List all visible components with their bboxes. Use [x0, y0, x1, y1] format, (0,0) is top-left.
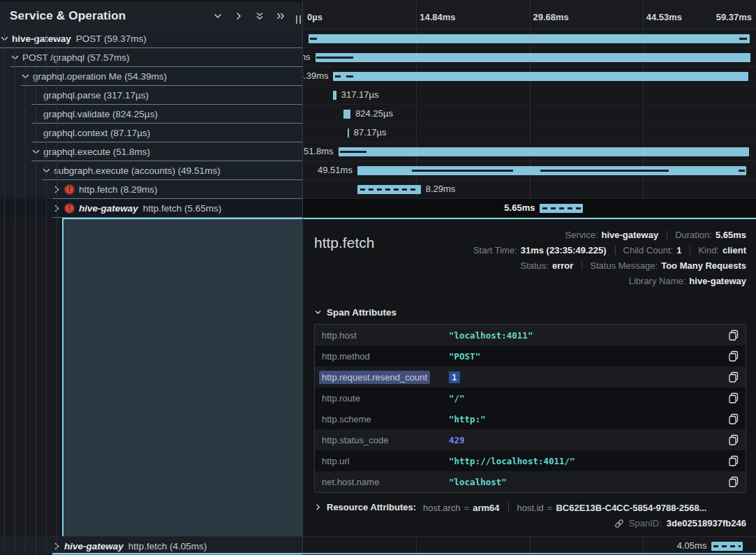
timeline-row[interactable]: 51.8ms — [303, 142, 756, 161]
attribute-key[interactable]: http.request.resend_count — [315, 372, 449, 383]
span-bar[interactable] — [316, 53, 750, 62]
span-tree-row[interactable]: subgraph.execute (accounts) (49.51ms) — [0, 161, 302, 180]
span-bar[interactable] — [309, 34, 750, 43]
copy-icon[interactable] — [728, 413, 739, 425]
expand-one-icon[interactable] — [213, 11, 223, 21]
meta-value: hive-gateway — [602, 230, 659, 240]
attribute-key[interactable]: http.status_code — [315, 435, 449, 445]
copy-icon[interactable] — [728, 392, 739, 404]
span-meta-line: Status:errorStatus Message:Too Many Requ… — [473, 258, 746, 274]
collapse-all-icon[interactable] — [276, 11, 286, 21]
span-bar[interactable] — [343, 110, 350, 119]
panel-resize-handle[interactable] — [295, 15, 302, 24]
chevron-down-icon — [314, 309, 322, 316]
span-tree-row[interactable]: !http.fetch (8.29ms) — [0, 180, 302, 199]
span-bar[interactable] — [339, 147, 749, 156]
span-label: graphql.execute (51.8ms) — [43, 147, 150, 157]
attribute-key[interactable]: http.scheme — [315, 414, 449, 424]
copy-icon[interactable] — [728, 476, 739, 488]
attribute-row[interactable]: http.scheme"http:" — [315, 408, 746, 429]
collapse-one-icon[interactable] — [234, 11, 244, 21]
span-tree-row[interactable]: !hive-gatewayhttp.fetch (5.65ms) — [0, 199, 302, 218]
attribute-key[interactable]: http.url — [315, 456, 449, 466]
attribute-value[interactable]: 429 — [449, 435, 728, 445]
span-meta-line: Start Time:31ms (23:35:49.225)Child Coun… — [473, 243, 746, 258]
tree-header-actions — [213, 11, 286, 21]
attribute-key[interactable]: http.method — [315, 351, 449, 362]
timeline-row[interactable]: 5.65ms — [303, 199, 756, 218]
resource-key: host.arch — [423, 503, 460, 513]
resource-attributes-row[interactable]: Resource Attributes: host.arch=arm64host… — [314, 501, 746, 513]
copy-icon[interactable] — [728, 330, 739, 341]
meta-label: Duration: — [675, 230, 712, 240]
span-bar[interactable] — [333, 72, 748, 81]
span-tree-row[interactable]: graphql.context (87.17µs) — [0, 124, 302, 142]
attribute-row[interactable]: http.url"http://localhost:4011/" — [315, 450, 746, 471]
link-icon[interactable] — [614, 519, 624, 528]
span-bar[interactable] — [711, 542, 742, 551]
attribute-value[interactable]: "localhost" — [449, 477, 728, 487]
error-icon: ! — [64, 184, 75, 195]
attribute-row[interactable]: net.host.name"localhost" — [315, 471, 746, 492]
timeline-row[interactable]: 57.57ms — [303, 48, 756, 67]
expand-all-icon[interactable] — [255, 11, 265, 21]
span-tree-row[interactable]: hive-gatewayPOST (59.37ms) — [0, 29, 302, 48]
indent-guide — [25, 29, 26, 555]
timeline-row[interactable]: 8.29ms — [303, 180, 756, 199]
attribute-row[interactable]: http.host"localhost:4011" — [315, 325, 746, 346]
copy-icon[interactable] — [728, 350, 739, 362]
child-span-marker — [346, 75, 353, 77]
attribute-value[interactable]: "/" — [449, 393, 728, 404]
span-title: http.fetch — [314, 235, 374, 251]
attribute-row[interactable]: http.request.resend_count1 — [315, 367, 746, 387]
resource-value: arm64 — [473, 503, 499, 513]
timeline-row[interactable]: 824.25µs — [303, 105, 756, 124]
attribute-value[interactable]: 1 — [449, 372, 728, 383]
attribute-value-selected: 1 — [449, 371, 460, 383]
span-tree-row[interactable]: graphql.validate (824.25µs) — [0, 105, 302, 124]
child-span-marker — [540, 170, 669, 172]
span-bar[interactable] — [357, 166, 746, 175]
attribute-value[interactable]: "POST" — [449, 351, 728, 362]
meta-label: Service: — [565, 230, 598, 240]
attribute-key[interactable]: net.host.name — [315, 477, 449, 487]
panel-divider[interactable] — [302, 0, 303, 555]
child-span-marker — [739, 170, 745, 172]
timeline-row[interactable]: 49.51ms — [303, 161, 756, 180]
span-attributes-header[interactable]: Span Attributes — [314, 307, 746, 318]
span-id-value: 3de02518937fb246 — [667, 518, 746, 528]
attribute-key[interactable]: http.route — [315, 393, 449, 404]
span-tree-row[interactable]: graphql.parse (317.17µs) — [0, 86, 302, 105]
span-tree-row[interactable]: POST /graphql (57.57ms) — [0, 48, 302, 67]
span-tree-row[interactable]: graphql.operation Me (54.39ms) — [0, 67, 302, 86]
timeline-row[interactable]: 54.39ms — [303, 67, 756, 86]
timeline-row[interactable]: 87.17µs — [303, 124, 756, 142]
attribute-value[interactable]: "http:" — [449, 414, 728, 424]
span-bar[interactable] — [540, 204, 583, 213]
meta-separator — [615, 246, 616, 255]
timeline-row[interactable]: 317.17µs — [303, 86, 756, 105]
span-bar[interactable] — [357, 185, 421, 194]
resource-attributes-items: host.arch=arm64host.id=BC62E13B-C4CC-585… — [423, 501, 706, 513]
attribute-row[interactable]: http.route"/" — [315, 387, 746, 408]
ruler-tick: 44.53ms — [646, 12, 682, 22]
attribute-row[interactable]: http.status_code429 — [315, 429, 746, 450]
copy-icon[interactable] — [728, 434, 739, 446]
attribute-key[interactable]: http.host — [315, 330, 449, 341]
bottom-row-underline — [52, 553, 756, 554]
meta-separator — [690, 246, 690, 255]
span-label: http.fetch (8.29ms) — [79, 184, 158, 195]
attribute-value[interactable]: "http://localhost:4011/" — [449, 456, 728, 466]
span-tree-row[interactable]: graphql.execute (51.8ms) — [0, 142, 302, 161]
span-bar[interactable] — [333, 91, 336, 100]
span-bar[interactable] — [348, 128, 349, 138]
attribute-row[interactable]: http.method"POST" — [315, 346, 746, 367]
copy-icon[interactable] — [728, 455, 739, 467]
span-label: POST /graphql (57.57ms) — [22, 52, 130, 63]
attribute-value[interactable]: "localhost:4011" — [449, 330, 728, 341]
timeline-row[interactable] — [303, 29, 756, 48]
copy-icon[interactable] — [728, 371, 739, 383]
ruler-tick: 59.37ms — [716, 12, 752, 22]
child-span-marker — [739, 38, 747, 40]
indent-guide — [57, 29, 57, 555]
